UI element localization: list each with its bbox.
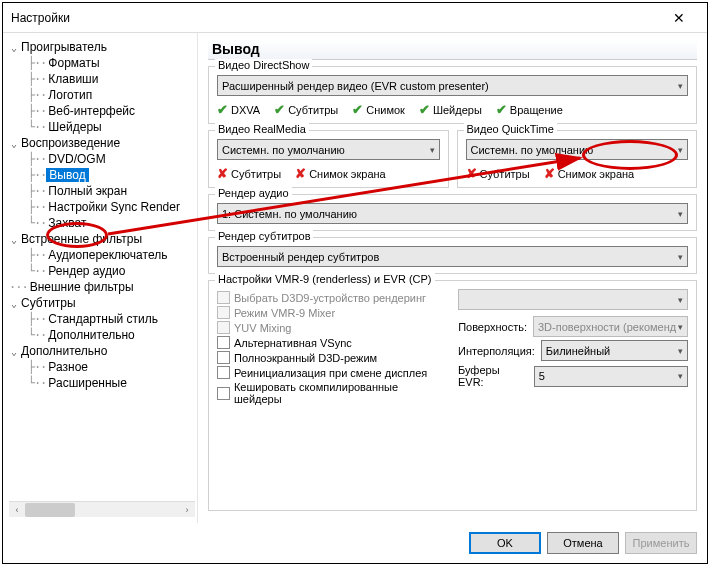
scroll-right-icon[interactable]: › — [179, 502, 195, 518]
page-title: Вывод — [208, 39, 697, 60]
group-audio: Рендер аудио 1: Системн. по умолчанию▾ — [208, 194, 697, 231]
group-directshow: Видео DirectShow Расширенный рендер виде… — [208, 66, 697, 124]
tree-audio-switch[interactable]: ├·· Аудиопереключатель — [9, 247, 195, 263]
feat-snap: ✔Снимок — [352, 102, 405, 117]
feat-shaders: ✔Шейдеры — [419, 102, 482, 117]
cb-vmr9-mixer — [217, 306, 230, 319]
ds-renderer-combo[interactable]: Расширенный рендер видео (EVR custom pre… — [217, 75, 688, 96]
qt-renderer-combo[interactable]: Системн. по умолчанию▾ — [466, 139, 689, 160]
tree-player[interactable]: ⌄Проигрыватель — [9, 39, 195, 55]
tree-audio-render[interactable]: └·· Рендер аудио — [9, 263, 195, 279]
surface-combo: 3D-поверхности (рекоменд▾ — [533, 316, 688, 337]
feat-dxva: ✔DXVA — [217, 102, 260, 117]
chevron-down-icon: ▾ — [430, 145, 435, 155]
chevron-down-icon: ▾ — [678, 371, 683, 381]
tree-subtitles[interactable]: ⌄Субтитры — [9, 295, 195, 311]
chevron-down-icon: ▾ — [678, 145, 683, 155]
cross-icon: ✘ — [217, 166, 228, 181]
tree-sub-style[interactable]: ├·· Стандартный стиль — [9, 311, 195, 327]
audio-renderer-combo[interactable]: 1: Системн. по умолчанию▾ — [217, 203, 688, 224]
cb-reinit[interactable] — [217, 366, 230, 379]
apply-button: Применить — [625, 532, 697, 554]
chevron-down-icon: ▾ — [678, 81, 683, 91]
tree-scrollbar-h[interactable]: ‹ › — [9, 501, 195, 517]
check-icon: ✔ — [352, 102, 363, 117]
chevron-down-icon: ▾ — [678, 209, 683, 219]
rm-feat-snap: ✘Снимок экрана — [295, 166, 386, 181]
rm-feat-subs: ✘Субтитры — [217, 166, 281, 181]
tree-formats[interactable]: ├·· Форматы — [9, 55, 195, 71]
check-icon: ✔ — [274, 102, 285, 117]
tree-capture[interactable]: └·· Захват — [9, 215, 195, 231]
tree-ext[interactable]: └·· Расширенные — [9, 375, 195, 391]
check-icon: ✔ — [496, 102, 507, 117]
check-icon: ✔ — [217, 102, 228, 117]
chevron-down-icon: ▾ — [678, 295, 683, 305]
cross-icon: ✘ — [295, 166, 306, 181]
tree-web[interactable]: ├·· Веб-интерфейс — [9, 103, 195, 119]
group-realmedia: Видео RealMedia Системн. по умолчанию▾ ✘… — [208, 130, 449, 188]
buffers-combo[interactable]: 5▾ — [534, 366, 688, 387]
feat-rotation: ✔Вращение — [496, 102, 563, 117]
tree-dvd[interactable]: ├·· DVD/OGM — [9, 151, 195, 167]
legend-subs: Рендер субтитров — [215, 230, 313, 242]
scroll-thumb[interactable] — [25, 503, 75, 517]
ok-button[interactable]: OK — [469, 532, 541, 554]
tree-shaders[interactable]: └·· Шейдеры — [9, 119, 195, 135]
qt-feat-subs: ✘Субтитры — [466, 166, 530, 181]
rm-renderer-combo[interactable]: Системн. по умолчанию▾ — [217, 139, 440, 160]
legend-rm: Видео RealMedia — [215, 123, 309, 135]
tree-advanced[interactable]: ⌄Дополнительно — [9, 343, 195, 359]
d3d9-device-combo: ▾ — [458, 289, 688, 310]
tree-fullscreen[interactable]: ├·· Полный экран — [9, 183, 195, 199]
feat-subs: ✔Субтитры — [274, 102, 338, 117]
subs-renderer-combo[interactable]: Встроенный рендер субтитров▾ — [217, 246, 688, 267]
qt-feat-snap: ✘Снимок экрана — [544, 166, 635, 181]
window-title: Настройки — [11, 11, 70, 25]
cancel-button[interactable]: Отмена — [547, 532, 619, 554]
chevron-down-icon: ▾ — [678, 322, 683, 332]
label-buffers: Буферы EVR: — [458, 364, 528, 388]
close-button[interactable]: ✕ — [659, 4, 699, 32]
tree-sync[interactable]: ├·· Настройки Sync Render — [9, 199, 195, 215]
tree-playback[interactable]: ⌄Воспроизведение — [9, 135, 195, 151]
cb-yuv — [217, 321, 230, 334]
group-quicktime: Видео QuickTime Системн. по умолчанию▾ ✘… — [457, 130, 698, 188]
scroll-left-icon[interactable]: ‹ — [9, 502, 25, 518]
legend-qt: Видео QuickTime — [464, 123, 557, 135]
group-subs: Рендер субтитров Встроенный рендер субти… — [208, 237, 697, 274]
cross-icon: ✘ — [544, 166, 555, 181]
cb-cache[interactable] — [217, 387, 230, 400]
cross-icon: ✘ — [466, 166, 477, 181]
check-icon: ✔ — [419, 102, 430, 117]
tree-external-filters[interactable]: ··· Внешние фильтры — [9, 279, 195, 295]
tree-output[interactable]: ├·· Вывод — [9, 167, 195, 183]
tree-misc[interactable]: ├·· Разное — [9, 359, 195, 375]
tree-logo[interactable]: ├·· Логотип — [9, 87, 195, 103]
legend-ds: Видео DirectShow — [215, 59, 312, 71]
label-surface: Поверхность: — [458, 321, 527, 333]
chevron-down-icon: ▾ — [678, 252, 683, 262]
label-interp: Интерполяция: — [458, 345, 535, 357]
chevron-down-icon: ▾ — [678, 346, 683, 356]
legend-audio: Рендер аудио — [215, 187, 292, 199]
legend-vmr: Настройки VMR-9 (renderless) и EVR (CP) — [215, 273, 435, 285]
interp-combo[interactable]: Билинейный▾ — [541, 340, 688, 361]
tree-keys[interactable]: ├·· Клавиши — [9, 71, 195, 87]
tree-internal-filters[interactable]: ⌄Встроенные фильтры — [9, 231, 195, 247]
settings-tree[interactable]: ⌄Проигрыватель ├·· Форматы ├·· Клавиши ├… — [3, 33, 198, 523]
cb-d3d-fs[interactable] — [217, 351, 230, 364]
cb-d3d9-device — [217, 291, 230, 304]
tree-sub-extra[interactable]: └·· Дополнительно — [9, 327, 195, 343]
group-vmr: Настройки VMR-9 (renderless) и EVR (CP) … — [208, 280, 697, 511]
cb-vsync[interactable] — [217, 336, 230, 349]
